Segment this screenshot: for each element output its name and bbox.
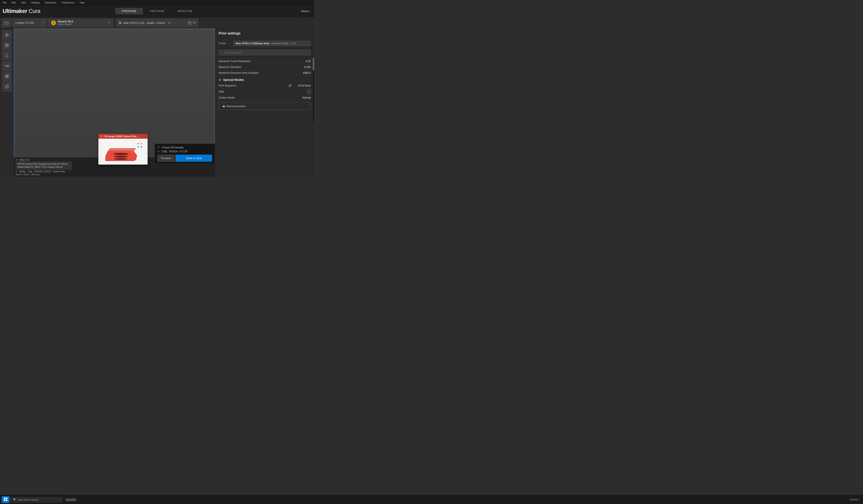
search-wrapper: 🔍 (218, 50, 311, 55)
summary-time: 4 hours 29 minutes (162, 146, 184, 149)
save-to-disk-button[interactable]: Save to Disk (175, 155, 212, 162)
setting-name-mold: Mold (218, 90, 307, 93)
menu-view[interactable]: View (20, 1, 27, 4)
settings-profile-text: Beta_FFV5.0_0.32(... Quality - 0.32mm (124, 22, 165, 24)
edit-icon: ✎ (15, 170, 17, 173)
material-name: Generic PLA (58, 20, 73, 23)
menu-settings[interactable]: Settings (30, 1, 40, 4)
profile-row: Profile Beta_FFV5.0_0.32(Hyper-fast) - S… (215, 39, 314, 48)
tab-monitor[interactable]: MONITOR (171, 8, 199, 14)
brand-name: Ultimaker (3, 8, 27, 14)
menu-bar: File Edit View Settings Extensions Prefe… (0, 0, 314, 5)
preview-title: 3D design 122922 Carbon Filter ... (104, 135, 139, 138)
menu-help[interactable]: Help (79, 1, 85, 4)
object-dimensions: 210.0 × 225.0 × 35.9 mm (15, 173, 213, 176)
svg-point-5 (119, 23, 120, 24)
special-modes-title: Special Modes (223, 78, 244, 81)
preview-3d-svg (101, 139, 145, 164)
object-label: Carbon Filter (53, 171, 65, 173)
move-tool-button[interactable] (2, 30, 12, 40)
profile-value-name: Beta_FFV5.0_0.32(Hyper-fast) (236, 42, 269, 45)
object-item-name: 010725 Carbon Filter Housing 4mm thick f… (17, 163, 70, 169)
menu-extensions[interactable]: Extensions (44, 1, 58, 4)
preview-small-button[interactable]: Preview (157, 155, 175, 162)
svg-rect-8 (6, 45, 8, 46)
search-input[interactable] (218, 50, 311, 55)
profile-value-suffix: - Standard Quality - 0.32... (269, 42, 298, 45)
setting-name-extrusion-dev: Maximum Extrusion Area Deviation (218, 71, 293, 74)
open-folder-button[interactable] (2, 19, 11, 27)
rotate-tool-button[interactable] (2, 51, 12, 60)
nav-tabs: PREPARE PREVIEW MONITOR (115, 8, 199, 14)
svg-point-42 (141, 143, 142, 144)
product-name: Cura (27, 8, 40, 14)
setting-row-extrusion-dev: Maximum Extrusion Area Deviation 2000.0 (215, 70, 314, 76)
star-icon: ★ (218, 78, 221, 81)
summary-material-row: ⊙ 110g - 36.81m - € 2.20 (157, 149, 212, 153)
material-number-badge: 1 (51, 21, 56, 25)
left-toolbar (0, 28, 14, 177)
setting-value-surface-mode[interactable]: Normal (293, 96, 311, 99)
object-list-title: Object list (19, 159, 29, 161)
mold-checkbox[interactable] (307, 90, 311, 93)
summary-time-row: ⏱ 4 hours 29 minutes (157, 146, 212, 149)
svg-point-40 (114, 158, 127, 160)
profile-label: Profile (218, 42, 232, 45)
app-title: Ultimaker Cura (3, 8, 40, 14)
preview-image (98, 139, 148, 165)
svg-point-41 (137, 143, 139, 144)
mirror-tool-button[interactable] (2, 61, 12, 71)
svg-line-15 (5, 85, 8, 88)
setting-value-max-dev[interactable]: 0.025 (293, 65, 311, 68)
object-time: 4h29m (19, 171, 26, 173)
object-code: CCR10S_010723 (34, 171, 51, 173)
setting-name-travel-res: Maximum Travel Resolution (218, 60, 293, 63)
settings-profile-selector[interactable]: Beta_FFV5.0_0.32(... Quality - 0.32mm ✕ … (116, 19, 198, 27)
svg-rect-7 (5, 44, 9, 47)
print-settings-header: Print settings (215, 28, 314, 39)
setting-row-mold: Mold (215, 89, 314, 95)
svg-marker-37 (108, 148, 136, 151)
recommended-label: Recommended (226, 104, 245, 108)
toolbar: Creality CR-10S ▼ 1 Generic PLA 0.4mm No… (0, 17, 314, 28)
setting-value-print-seq[interactable]: All at Once (293, 84, 311, 87)
viewport-border-top (14, 28, 215, 29)
setting-value-travel-res[interactable]: 0.25 (293, 60, 311, 63)
menu-preferences[interactable]: Preferences (61, 1, 75, 4)
settings-x-icon[interactable]: ✕ (168, 21, 171, 25)
printer-selector[interactable]: Creality CR-10S ▼ (13, 19, 47, 27)
search-row: 🔍 (215, 48, 314, 57)
taskbar-preview-overlay: 3D design 122922 Carbon Filter ... (98, 134, 148, 165)
setting-row-travel-res: Maximum Travel Resolution 0.25 (215, 59, 314, 64)
tab-prepare[interactable]: PREPARE (115, 8, 142, 14)
per-model-settings-button[interactable] (2, 72, 12, 81)
settings-dots[interactable]: ... (173, 22, 175, 24)
recommended-button[interactable]: ◀ Recommended (218, 102, 311, 110)
svg-point-44 (141, 146, 142, 148)
special-modes-header: ★ Special Modes (215, 76, 314, 83)
main-area: ▼ Object list 010725 Carbon Filter Housi… (0, 28, 314, 177)
viewport-border-left (14, 28, 14, 177)
setting-name-max-dev: Maximum Deviation (218, 65, 293, 68)
svg-rect-10 (5, 75, 7, 76)
tab-preview[interactable]: PREVIEW (144, 8, 171, 14)
svg-point-43 (137, 146, 139, 148)
menu-file[interactable]: File (2, 1, 7, 4)
setting-value-extrusion-dev[interactable]: 2000.0 (293, 71, 311, 74)
material-selector[interactable]: 1 Generic PLA 0.4mm Nozzle ▼ (48, 19, 113, 27)
link-icon: 🔗 (288, 84, 292, 87)
marketplace-button[interactable]: Marke... (298, 5, 314, 17)
viewport[interactable]: ▼ Object list 010725 Carbon Filter Housi… (14, 28, 215, 177)
printer-chevron-icon: ▼ (42, 22, 44, 24)
scrollbar-thumb[interactable] (313, 58, 314, 71)
object-meta: ✎ 4h29m 110g CCR10S_010723 Carbon Filter (15, 170, 213, 173)
support-blocker-button[interactable] (2, 82, 12, 91)
summary-buttons: Preview Save to Disk (157, 155, 212, 162)
print-summary-panel: ⏱ 4 hours 29 minutes ⊙ 110g - 36.81m - €… (154, 143, 215, 164)
menu-edit[interactable]: Edit (11, 1, 17, 4)
setting-name-surface-mode: Surface Mode (218, 96, 293, 99)
right-panel: Print settings Profile Beta_FFV5.0_0.32(… (215, 28, 314, 177)
profile-value[interactable]: Beta_FFV5.0_0.32(Hyper-fast) - Standard … (233, 41, 311, 46)
settings-sliders-icon (118, 21, 122, 25)
scale-tool-button[interactable] (2, 40, 12, 50)
